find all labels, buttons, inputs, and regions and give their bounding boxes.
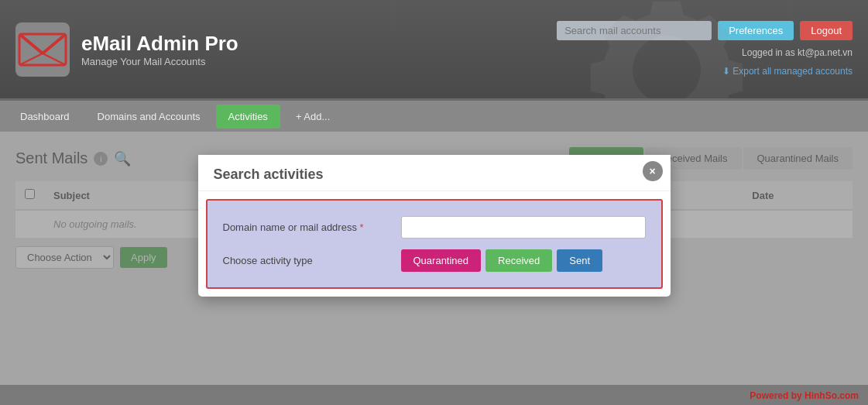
activity-type-buttons: Quarantined Received Sent	[401, 249, 603, 272]
app-title: eMail Admin Pro	[81, 32, 238, 56]
header-top-row: Preferences Logout	[557, 21, 853, 40]
footer: Powered by HinhSo.com	[0, 385, 868, 405]
logout-button[interactable]: Logout	[800, 21, 853, 40]
domain-label: Domain name or mail address *	[223, 221, 401, 233]
preferences-button[interactable]: Preferences	[718, 21, 794, 40]
nav-item-add[interactable]: + Add...	[283, 105, 342, 129]
app-header: eMail Admin Pro Manage Your Mail Account…	[0, 0, 868, 101]
footer-text: Powered by HinhSo.com	[750, 390, 859, 401]
logged-in-text: Logged in as kt@pa.net.vn	[742, 47, 853, 58]
modal-overlay: Search activities × Domain name or mail …	[0, 132, 868, 405]
search-input[interactable]	[557, 21, 712, 40]
nav-item-activities[interactable]: Activities	[216, 105, 280, 129]
btn-quarantined[interactable]: Quarantined	[401, 249, 482, 272]
domain-form-row: Domain name or mail address *	[223, 216, 646, 239]
activity-type-label: Choose activity type	[223, 255, 401, 266]
nav-item-domains[interactable]: Domains and Accounts	[85, 105, 213, 129]
logo-area: eMail Admin Pro Manage Your Mail Account…	[15, 22, 238, 77]
app-subtitle: Manage Your Mail Accounts	[81, 56, 238, 67]
export-row: Export all managed accounts	[722, 63, 853, 77]
nav-item-dashboard[interactable]: Dashboard	[8, 105, 82, 129]
modal-header: Search activities	[198, 155, 671, 191]
export-link[interactable]: Export all managed accounts	[722, 66, 853, 77]
activity-type-row: Choose activity type Quarantined Receive…	[223, 249, 646, 272]
search-activities-modal: Search activities × Domain name or mail …	[198, 155, 671, 297]
modal-title: Search activities	[214, 166, 324, 182]
main-content: Sent Mails i 🔍 Sent Mails Received Mails…	[0, 132, 868, 405]
svg-rect-0	[15, 22, 70, 77]
header-right: Preferences Logout Logged in as kt@pa.ne…	[557, 21, 853, 77]
btn-received[interactable]: Received	[485, 249, 552, 272]
domain-input[interactable]	[401, 216, 646, 239]
btn-sent[interactable]: Sent	[557, 249, 602, 272]
nav-bar: Dashboard Domains and Accounts Activitie…	[0, 101, 868, 132]
required-star: *	[360, 221, 364, 233]
app-title-area: eMail Admin Pro Manage Your Mail Account…	[81, 32, 238, 67]
app-logo	[15, 22, 70, 77]
logged-in-info: Logged in as kt@pa.net.vn	[742, 45, 853, 59]
modal-close-button[interactable]: ×	[643, 161, 663, 181]
modal-body: Domain name or mail address * Choose act…	[206, 199, 663, 289]
